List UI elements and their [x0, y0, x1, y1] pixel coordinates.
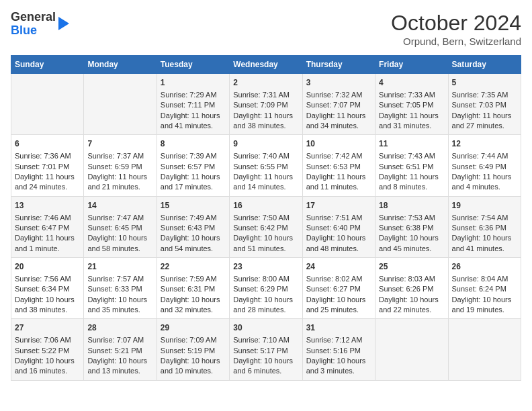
calendar-cell: 23Sunrise: 8:00 AMSunset: 6:29 PMDayligh…: [230, 258, 302, 319]
day-number: 22: [161, 261, 226, 273]
calendar-week-row: 1Sunrise: 7:29 AMSunset: 7:11 PMDaylight…: [11, 74, 521, 135]
calendar-cell: 14Sunrise: 7:47 AMSunset: 6:45 PMDayligh…: [84, 196, 157, 257]
day-info: Sunrise: 7:40 AM: [233, 151, 298, 161]
day-info: Sunset: 6:51 PM: [379, 162, 444, 172]
day-info: Sunrise: 7:07 AM: [87, 335, 152, 345]
day-info: Sunset: 6:34 PM: [15, 284, 80, 294]
calendar-cell: [84, 74, 157, 135]
day-info: Sunset: 6:43 PM: [161, 223, 226, 233]
day-number: 19: [452, 200, 517, 212]
day-info: Sunset: 6:27 PM: [306, 284, 371, 294]
day-info: Sunset: 5:17 PM: [233, 346, 298, 356]
logo-arrow-icon: [58, 17, 69, 30]
day-info: Sunset: 5:21 PM: [87, 346, 152, 356]
calendar-cell: 21Sunrise: 7:57 AMSunset: 6:33 PMDayligh…: [84, 258, 157, 319]
day-info: Sunrise: 7:56 AM: [15, 274, 80, 284]
day-info: Sunrise: 7:33 AM: [379, 90, 444, 100]
calendar-cell: 19Sunrise: 7:54 AMSunset: 6:36 PMDayligh…: [448, 196, 521, 257]
day-info: Sunset: 7:07 PM: [306, 100, 371, 110]
day-info: Daylight: 10 hours and 3 minutes.: [306, 356, 371, 377]
day-number: 7: [87, 138, 152, 150]
weekday-header-tuesday: Tuesday: [157, 56, 229, 74]
day-info: Daylight: 10 hours and 25 minutes.: [306, 295, 371, 316]
day-info: Sunrise: 8:03 AM: [379, 274, 444, 284]
calendar-cell: 20Sunrise: 7:56 AMSunset: 6:34 PMDayligh…: [11, 258, 84, 319]
day-info: Daylight: 11 hours and 31 minutes.: [379, 111, 444, 132]
day-info: Sunrise: 7:35 AM: [452, 90, 517, 100]
location-subtitle: Orpund, Bern, Switzerland: [391, 36, 521, 47]
day-info: Daylight: 11 hours and 8 minutes.: [379, 172, 444, 193]
day-info: Daylight: 11 hours and 38 minutes.: [233, 111, 298, 132]
day-info: Sunset: 6:42 PM: [233, 223, 298, 233]
day-number: 5: [452, 77, 517, 89]
page-header: General Blue October 2024 Orpund, Bern, …: [11, 11, 521, 47]
day-number: 30: [233, 322, 298, 334]
day-info: Sunrise: 7:31 AM: [233, 90, 298, 100]
day-info: Daylight: 10 hours and 54 minutes.: [161, 233, 226, 254]
day-number: 17: [306, 200, 371, 212]
day-info: Daylight: 10 hours and 19 minutes.: [452, 295, 517, 316]
day-info: Sunrise: 7:44 AM: [452, 151, 517, 161]
day-info: Daylight: 11 hours and 24 minutes.: [15, 172, 80, 193]
calendar-cell: 28Sunrise: 7:07 AMSunset: 5:21 PMDayligh…: [84, 319, 157, 380]
day-info: Daylight: 10 hours and 22 minutes.: [379, 295, 444, 316]
day-info: Daylight: 11 hours and 4 minutes.: [452, 172, 517, 193]
day-info: Sunrise: 7:32 AM: [306, 90, 371, 100]
day-info: Daylight: 10 hours and 45 minutes.: [379, 233, 444, 254]
day-info: Daylight: 10 hours and 16 minutes.: [15, 356, 80, 377]
logo-blue: Blue: [11, 24, 37, 37]
day-info: Sunrise: 8:04 AM: [452, 274, 517, 284]
day-info: Sunset: 5:22 PM: [15, 346, 80, 356]
calendar-week-row: 6Sunrise: 7:36 AMSunset: 7:01 PMDaylight…: [11, 135, 521, 196]
day-info: Sunset: 6:38 PM: [379, 223, 444, 233]
calendar-cell: [448, 319, 521, 380]
calendar-cell: 4Sunrise: 7:33 AMSunset: 7:05 PMDaylight…: [375, 74, 448, 135]
calendar-cell: 3Sunrise: 7:32 AMSunset: 7:07 PMDaylight…: [302, 74, 375, 135]
day-info: Daylight: 11 hours and 14 minutes.: [233, 172, 298, 193]
day-info: Sunrise: 7:54 AM: [452, 213, 517, 223]
day-info: Sunset: 7:05 PM: [379, 100, 444, 110]
day-info: Sunrise: 7:39 AM: [161, 151, 226, 161]
day-info: Sunset: 5:16 PM: [306, 346, 371, 356]
calendar-week-row: 20Sunrise: 7:56 AMSunset: 6:34 PMDayligh…: [11, 258, 521, 319]
day-info: Daylight: 10 hours and 32 minutes.: [161, 295, 226, 316]
day-info: Sunrise: 7:06 AM: [15, 335, 80, 345]
day-info: Daylight: 11 hours and 17 minutes.: [161, 172, 226, 193]
calendar-cell: 12Sunrise: 7:44 AMSunset: 6:49 PMDayligh…: [448, 135, 521, 196]
day-number: 27: [15, 322, 80, 334]
calendar-cell: 6Sunrise: 7:36 AMSunset: 7:01 PMDaylight…: [11, 135, 84, 196]
calendar-cell: 8Sunrise: 7:39 AMSunset: 6:57 PMDaylight…: [157, 135, 229, 196]
day-number: 6: [15, 138, 80, 150]
day-info: Sunrise: 7:43 AM: [379, 151, 444, 161]
day-info: Sunset: 7:03 PM: [452, 100, 517, 110]
day-info: Sunrise: 7:10 AM: [233, 335, 298, 345]
day-info: Daylight: 10 hours and 10 minutes.: [161, 356, 226, 377]
day-info: Daylight: 11 hours and 1 minute.: [15, 233, 80, 254]
calendar-week-row: 27Sunrise: 7:06 AMSunset: 5:22 PMDayligh…: [11, 319, 521, 380]
calendar-cell: 15Sunrise: 7:49 AMSunset: 6:43 PMDayligh…: [157, 196, 229, 257]
calendar-cell: 9Sunrise: 7:40 AMSunset: 6:55 PMDaylight…: [230, 135, 302, 196]
day-info: Sunset: 6:53 PM: [306, 162, 371, 172]
day-info: Daylight: 10 hours and 35 minutes.: [87, 295, 152, 316]
weekday-header-wednesday: Wednesday: [230, 56, 302, 74]
calendar-cell: 11Sunrise: 7:43 AMSunset: 6:51 PMDayligh…: [375, 135, 448, 196]
day-info: Sunrise: 7:59 AM: [161, 274, 226, 284]
day-info: Sunrise: 7:09 AM: [161, 335, 226, 345]
day-info: Sunrise: 7:29 AM: [161, 90, 226, 100]
day-info: Sunset: 6:36 PM: [452, 223, 517, 233]
day-info: Sunset: 7:09 PM: [233, 100, 298, 110]
day-number: 11: [379, 138, 444, 150]
day-info: Sunrise: 7:57 AM: [87, 274, 152, 284]
weekday-header-sunday: Sunday: [11, 56, 84, 74]
day-info: Daylight: 11 hours and 27 minutes.: [452, 111, 517, 132]
day-info: Sunrise: 7:36 AM: [15, 151, 80, 161]
weekday-header-friday: Friday: [375, 56, 448, 74]
day-info: Sunrise: 7:47 AM: [87, 213, 152, 223]
day-info: Daylight: 11 hours and 11 minutes.: [306, 172, 371, 193]
calendar-cell: 1Sunrise: 7:29 AMSunset: 7:11 PMDaylight…: [157, 74, 229, 135]
day-info: Sunset: 7:01 PM: [15, 162, 80, 172]
calendar-cell: 18Sunrise: 7:53 AMSunset: 6:38 PMDayligh…: [375, 196, 448, 257]
day-number: 4: [379, 77, 444, 89]
calendar-cell: 13Sunrise: 7:46 AMSunset: 6:47 PMDayligh…: [11, 196, 84, 257]
calendar-cell: 5Sunrise: 7:35 AMSunset: 7:03 PMDaylight…: [448, 74, 521, 135]
